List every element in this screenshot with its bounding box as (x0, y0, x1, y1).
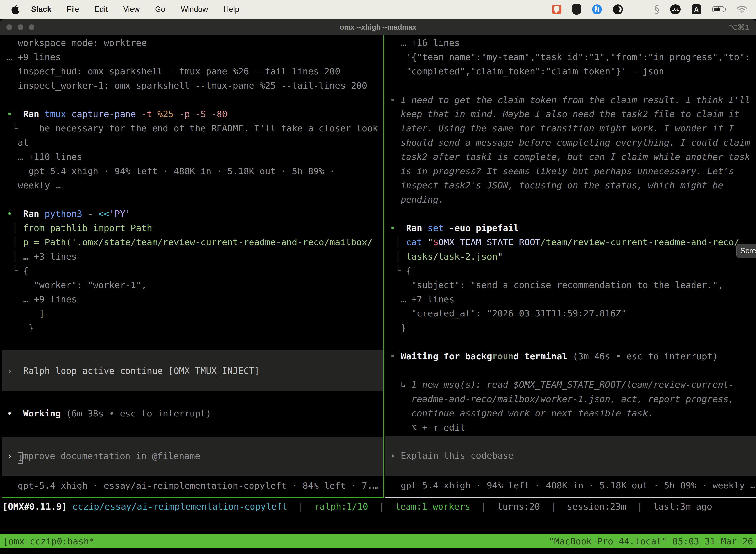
clipped-tooltip: Scre (737, 244, 756, 258)
text-segment: ↳ (390, 380, 412, 390)
menu-item-view[interactable]: View (123, 5, 140, 14)
terminal-line (385, 78, 756, 93)
text-segment (626, 501, 637, 511)
text-segment (174, 109, 179, 119)
menu-item-window[interactable]: Window (181, 5, 208, 14)
text-segment (61, 408, 66, 419)
text-segment (12, 109, 23, 119)
text-segment: -t (141, 109, 152, 119)
text-segment: • (390, 351, 400, 362)
text-segment: tmux (45, 109, 66, 119)
terminal-line: │ … +3 lines (2, 250, 383, 264)
text-segment: … +7 lines (390, 294, 454, 304)
terminal-content: workspace_mode: worktree… +9 lines inspe… (0, 35, 756, 554)
text-segment: continue assigned work or next feasible … (390, 408, 653, 418)
tmux-pane-worker[interactable]: … +16 lines '{"team_name":"my-team","tas… (385, 35, 756, 492)
text-segment: └ (390, 266, 406, 276)
text-segment: tasks/task-2.json (406, 252, 497, 262)
prompt-input-box[interactable]: › Improve documentation in @filename (2, 437, 383, 476)
text-segment (12, 209, 23, 219)
menu-item-go[interactable]: Go (155, 5, 165, 14)
text-segment: gpt-5.4 xhigh · 94% left · 488K in · 5.1… (7, 166, 335, 176)
text-segment (444, 223, 449, 233)
text-segment: Ran (406, 223, 422, 233)
terminal-line: '{"team_name":"my-team","task_id":"1","f… (385, 50, 756, 64)
tmux-pane-divider[interactable] (383, 35, 384, 498)
shield-grid-icon[interactable] (572, 4, 581, 15)
terminal-line (2, 192, 383, 207)
text-segment: later. Using the same for transition mig… (390, 123, 734, 133)
terminal-line: is in progress? It seems likely but perh… (385, 164, 756, 178)
terminal-line: weekly … (2, 178, 383, 192)
squiggle-icon[interactable]: § (654, 4, 659, 15)
text-segment: set (428, 223, 444, 233)
text-segment: • (390, 95, 400, 105)
terminal-line (385, 335, 756, 349)
menu-item-slack[interactable]: Slack (31, 5, 51, 14)
input-source-icon[interactable]: A (692, 4, 701, 14)
terminal-line: } (385, 321, 756, 335)
menu-item-edit[interactable]: Edit (94, 5, 108, 14)
text-segment: | (637, 501, 642, 511)
screen-record-icon[interactable] (552, 5, 561, 14)
text-segment: └ (7, 123, 39, 133)
text-segment: … +110 lines (7, 152, 82, 162)
count-badge-icon[interactable]: ..61 (670, 4, 681, 14)
menu-item-file[interactable]: File (67, 5, 79, 14)
text-segment: team:1 workers (395, 501, 470, 511)
text-segment: roun (492, 351, 514, 362)
terminal-line: └ be necessary for the end of the README… (2, 121, 383, 135)
text-segment: • (7, 109, 12, 119)
text-segment: capture-pane (71, 109, 136, 119)
text-segment: (6m 38s • esc to interrupt) (66, 408, 211, 419)
prompt-input-line[interactable]: › Explain this codebase (385, 448, 514, 463)
text-segment (642, 501, 653, 511)
text-segment: %25 (158, 109, 174, 119)
menu-item-help[interactable]: Help (224, 5, 239, 14)
text-segment: pending. (390, 195, 444, 205)
text-segment (82, 209, 87, 219)
terminal-line: ↳ 1 new msg(s): read $OMX_TEAM_STATE_ROO… (385, 378, 756, 392)
text-segment (136, 109, 141, 119)
text-segment: › (7, 366, 23, 376)
battery-icon[interactable] (712, 6, 726, 12)
text-segment: - (87, 209, 93, 219)
contrast-icon[interactable] (613, 4, 623, 14)
text-segment (422, 223, 428, 233)
terminal-line: │ tasks/task-2.json" (385, 250, 756, 264)
model-status-line: gpt-5.4 xhigh · 94% left · 488K in · 5.1… (385, 478, 756, 492)
window-title-bar[interactable]: omx --xhigh --madmax ⌥⌘1 (0, 19, 756, 35)
terminal-line: "subject": "send a concise recommendatio… (385, 278, 756, 292)
wifi-icon[interactable] (737, 5, 747, 13)
terminal-line: … +110 lines (2, 150, 383, 164)
text-segment: be necessary for the end of the README. … (39, 123, 378, 133)
tmux-session-label: [omx-cczip0:bash* (3, 536, 94, 546)
terminal-line: workspace_mode: worktree (2, 36, 383, 50)
terminal-line: │ p = Path('.omx/state/team/review-curre… (2, 235, 383, 249)
text-segment: '{"team_name":"my-team","task_id":"1","f… (390, 52, 750, 62)
text-segment (540, 501, 551, 511)
dots-grid-icon[interactable] (634, 5, 643, 14)
text-segment: keep that in mind. Maybe I also need the… (390, 109, 739, 119)
blue-badge-icon[interactable] (592, 4, 602, 14)
text-segment (206, 109, 211, 119)
text-segment: │ (7, 223, 23, 233)
text-segment: … +3 lines (23, 252, 77, 262)
text-segment: from pathlib import Path (23, 223, 152, 233)
terminal-line: ⌥ + ↑ edit (385, 421, 756, 435)
text-segment (66, 109, 71, 119)
text-segment: | (379, 501, 384, 511)
menu-status-icons: § ..61 A (552, 4, 747, 15)
prompt-input-box[interactable]: › Explain this codebase (385, 436, 756, 476)
text-segment: mprove documentation in @filename (23, 451, 200, 461)
terminal-line: • Ran set -euo pipefail (385, 221, 756, 235)
prompt-input-line[interactable]: › Improve documentation in @filename (2, 449, 200, 464)
tmux-pane-hud[interactable]: workspace_mode: worktree… +9 lines inspe… (2, 35, 383, 493)
text-segment: workspace_mode: worktree (7, 38, 147, 48)
left-pane-border (2, 497, 383, 498)
text-segment: | (551, 501, 556, 511)
text-segment: task2 after task1 is complete, but can I… (390, 152, 750, 162)
window-shortcut-badge: ⌥⌘1 (729, 23, 749, 32)
apple-menu-icon[interactable] (11, 4, 19, 14)
tmux-host-clock: "MacBook-Pro-44.local" 05:03 31-Mar-26 (549, 536, 753, 546)
